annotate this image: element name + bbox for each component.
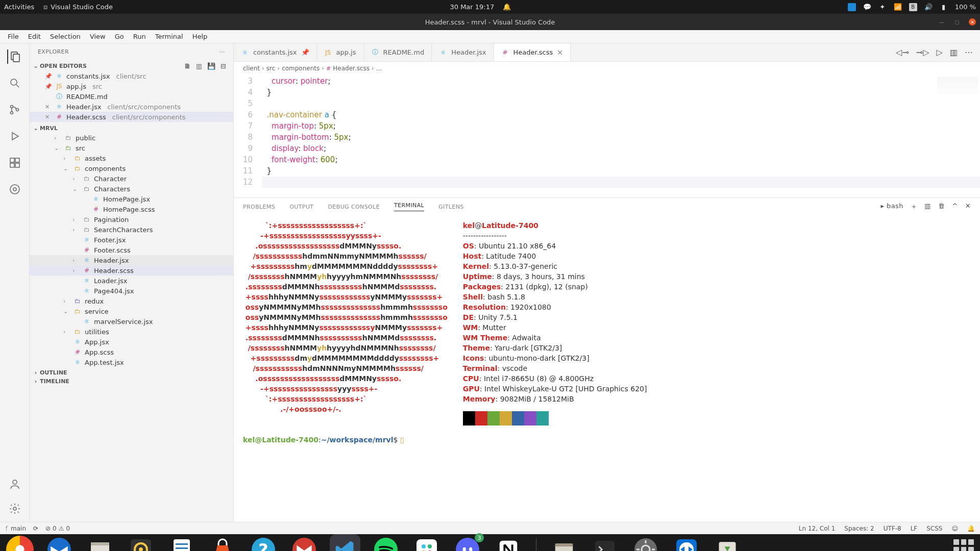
breadcrumb-segment[interactable]: components — [282, 65, 320, 72]
breadcrumb-segment[interactable]: ... — [376, 65, 382, 72]
dock-files[interactable] — [85, 534, 115, 551]
dock-vscode[interactable] — [330, 534, 360, 551]
status-encoding[interactable]: UTF-8 — [884, 525, 901, 532]
dock-libreoffice[interactable] — [166, 534, 197, 551]
project-header[interactable]: ⌄ MRVL — [30, 124, 233, 133]
tree-item[interactable]: ⌄🗀src — [30, 143, 233, 153]
panel-tab-output[interactable]: OUTPUT — [289, 204, 313, 210]
dock-discord[interactable]: 3 — [452, 534, 483, 551]
menu-edit[interactable]: Edit — [23, 33, 45, 40]
volume-icon[interactable]: 🔊 — [924, 3, 933, 11]
close-icon[interactable]: ✕ — [45, 104, 52, 110]
notification-icon[interactable]: 🔔 — [503, 4, 510, 11]
dock-trash[interactable] — [712, 534, 743, 551]
tree-item[interactable]: ⚛HomePage.jsx — [30, 194, 233, 204]
bluetooth-icon[interactable]: B — [909, 3, 917, 11]
maximize-panel-icon[interactable]: ^ — [952, 202, 958, 211]
dock-teamviewer[interactable] — [671, 534, 702, 551]
editor-tab[interactable]: #Header.scss✕ — [494, 43, 571, 61]
open-editors-header[interactable]: ⌄ OPEN EDITORS 🗎 ▥ 💾 ⊟ — [30, 61, 233, 71]
terminal-picker[interactable]: ▸ bash — [881, 202, 903, 211]
menu-view[interactable]: View — [85, 33, 110, 40]
terminal[interactable]: `:+ssssssssssssssssss+:` -+sssssssssssss… — [234, 215, 980, 522]
nav-back-icon[interactable]: ◁⊸ — [896, 47, 909, 57]
window-minimize[interactable]: — — [938, 18, 945, 26]
wifi-icon[interactable]: 📶 — [894, 3, 902, 11]
tree-item[interactable]: ⚛Footer.jsx — [30, 235, 233, 245]
open-editor-item[interactable]: ⓘREADME.md — [30, 91, 233, 102]
editor-tab[interactable]: ⚛constants.jsx📌 — [234, 43, 317, 61]
show-apps-button[interactable] — [953, 539, 974, 551]
menu-go[interactable]: Go — [110, 33, 129, 40]
new-untitled-icon[interactable]: 🗎 — [184, 62, 191, 70]
panel-tab-problems[interactable]: PROBLEMS — [243, 204, 275, 210]
tree-item[interactable]: ›⚛Header.jsx — [30, 255, 233, 265]
tree-item[interactable]: ⚛App.test.jsx — [30, 357, 233, 367]
dock-rhythmbox[interactable] — [126, 534, 156, 551]
status-branch[interactable]: ᚶ main — [5, 525, 26, 532]
tree-item[interactable]: ⌄🗀service — [30, 306, 233, 316]
dock-software[interactable] — [207, 534, 238, 551]
settings-icon[interactable] — [8, 502, 22, 516]
status-sync[interactable]: ⟳ — [33, 525, 38, 532]
tree-item[interactable]: #HomePage.scss — [30, 204, 233, 214]
extensions-view-icon[interactable] — [8, 156, 22, 170]
search-view-icon[interactable] — [8, 76, 22, 90]
tree-item[interactable]: ›🗀public — [30, 133, 233, 143]
window-close[interactable]: ✕ — [969, 18, 976, 26]
scm-view-icon[interactable] — [8, 103, 22, 117]
split-icon[interactable]: ▥ — [950, 47, 958, 57]
code-content[interactable]: cursor: pointer; } .nav-container a { ma… — [262, 75, 980, 197]
outline-header[interactable]: ›OUTLINE — [30, 368, 233, 377]
pin-icon[interactable]: 📌 — [301, 48, 309, 56]
focused-app[interactable]: ⧈ Visual Studio Code — [43, 3, 113, 11]
status-feedback-icon[interactable]: ☺ — [951, 525, 958, 532]
panel-tab-terminal[interactable]: TERMINAL — [394, 202, 424, 211]
close-icon[interactable]: ✕ — [45, 114, 52, 120]
tree-item[interactable]: ⚛Loader.jsx — [30, 276, 233, 286]
tree-item[interactable]: ›🗀SearchCharacters — [30, 224, 233, 235]
menu-file[interactable]: File — [3, 33, 23, 40]
panel-tab-debug-console[interactable]: DEBUG CONSOLE — [328, 204, 380, 210]
dock-slack[interactable] — [411, 534, 442, 551]
split-terminal-icon[interactable]: ▥ — [924, 202, 931, 211]
status-eol[interactable]: LF — [911, 525, 918, 532]
panel-tab-gitlens[interactable]: GITLENS — [438, 204, 464, 210]
open-editor-item[interactable]: 📌JSapp.jssrc — [30, 81, 233, 91]
toggle-layout-icon[interactable]: ▥ — [196, 62, 202, 70]
dock-notion[interactable] — [493, 534, 524, 551]
tree-item[interactable]: ›🗀utilities — [30, 327, 233, 337]
editor-tab[interactable]: ⓘREADME.md — [364, 43, 432, 61]
dock-nautilus[interactable] — [549, 534, 579, 551]
tree-item[interactable]: ⚛Page404.jsx — [30, 286, 233, 296]
nav-fwd-icon[interactable]: ⊸▷ — [916, 47, 929, 57]
dock-spotify[interactable] — [371, 534, 401, 551]
tree-item[interactable]: #Footer.scss — [30, 245, 233, 255]
open-editor-item[interactable]: ✕⚛Header.jsxclient/src/components — [30, 102, 233, 112]
tree-item[interactable]: ⚛App.jsx — [30, 337, 233, 347]
kill-terminal-icon[interactable]: 🗑 — [938, 202, 945, 211]
tree-item[interactable]: ⚛marvelService.jsx — [30, 316, 233, 327]
tab-close-icon[interactable]: ✕ — [557, 48, 563, 57]
editor-tab[interactable]: JSapp.js — [317, 43, 364, 61]
run-icon[interactable]: ▷ — [937, 47, 943, 57]
menu-terminal[interactable]: Terminal — [151, 33, 188, 40]
open-editor-item[interactable]: 📌⚛constants.jsxclient/src — [30, 71, 233, 81]
shell-prompt[interactable]: kel@Latitude-7400:~/workspace/mrvl$ ▯ — [243, 435, 971, 445]
tree-item[interactable]: ›🗀Pagination — [30, 214, 233, 224]
window-maximize[interactable]: ▢ — [953, 18, 961, 26]
sidebar-more-icon[interactable]: ⋯ — [219, 48, 225, 55]
breadcrumbs[interactable]: client ›src ›components ›# Header.scss ›… — [234, 62, 980, 75]
activities-button[interactable]: Activities — [4, 3, 34, 11]
battery-icon[interactable]: ▮ — [940, 3, 948, 11]
status-cursor[interactable]: Ln 12, Col 1 — [799, 525, 836, 532]
tree-item[interactable]: ›🗀redux — [30, 296, 233, 306]
timeline-header[interactable]: ›TIMELINE — [30, 377, 233, 386]
status-lang[interactable]: SCSS — [926, 525, 942, 532]
dock-help[interactable]: ? — [248, 534, 279, 551]
menu-help[interactable]: Help — [188, 33, 212, 40]
status-bell-icon[interactable]: 🔔 — [967, 525, 975, 532]
more-icon[interactable]: ⋯ — [965, 47, 973, 57]
breadcrumb-segment[interactable]: client — [243, 65, 260, 72]
gitlens-view-icon[interactable] — [8, 182, 22, 196]
